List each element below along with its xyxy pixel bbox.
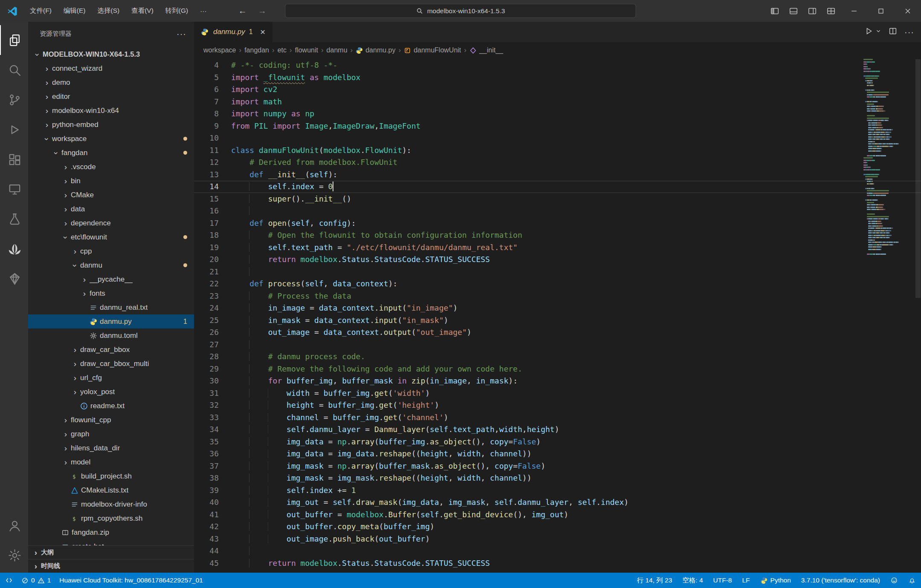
tab-danmu-py[interactable]: danmu.py 1 ✕ (194, 22, 273, 42)
tree-item-pycache[interactable]: ›__pycache__ (28, 272, 194, 286)
code-line-7[interactable]: 7import math (194, 96, 921, 108)
breadcrumb-init[interactable]: __init__ (469, 46, 503, 54)
code-line-33[interactable]: 33 channel = buffer_img.get('channel') (194, 412, 921, 424)
breadcrumb-etc[interactable]: etc (278, 46, 287, 54)
tree-item-modelbox-win10-x64[interactable]: ›modelbox-win10-x64 (28, 104, 194, 118)
tree-item-cmake[interactable]: ›CMake (28, 188, 194, 202)
code-line-42[interactable]: 42 out_buffer.copy_meta(buffer_img) (194, 521, 921, 533)
code-line-36[interactable]: 36 img_data = img_data.reshape((height, … (194, 448, 921, 460)
code-line-17[interactable]: 17 def open(self, config): (194, 217, 921, 230)
tree-item-build-project-sh[interactable]: $build_project.sh (28, 469, 194, 483)
customize-layout-icon[interactable] (822, 0, 840, 22)
code-line-14[interactable]: 14 self.index = 0 (194, 181, 921, 193)
split-editor-button[interactable] (888, 26, 898, 37)
tree-item-readme-txt[interactable]: readme.txt (28, 399, 194, 413)
editor-scrollbar[interactable] (915, 59, 921, 298)
feedback-icon[interactable] (890, 576, 898, 584)
run-python-file-button[interactable] (864, 26, 874, 37)
code-line-24[interactable]: 24 in_image = data_context.input("in_ima… (194, 302, 921, 314)
minimize-button[interactable] (840, 0, 867, 22)
menu-[interactable]: ··· (194, 0, 213, 22)
code-line-5[interactable]: 5import _flowunit as modelbox (194, 72, 921, 84)
code-line-4[interactable]: 4# -*- coding: utf-8 -*- (194, 59, 921, 72)
tree-item-modelbox-win10-x64-1-5-3[interactable]: ›MODELBOX-WIN10-X64-1.5.3 (28, 47, 194, 61)
tree-item-draw-car-bbox[interactable]: ›draw_car_bbox (28, 343, 194, 357)
tree-item-create-bat[interactable]: create.bat (28, 539, 194, 545)
tree-item-fonts[interactable]: ›fonts (28, 286, 194, 300)
breadcrumb-flowunit[interactable]: flowunit (295, 46, 318, 54)
tree-item-vscode[interactable]: ›.vscode (28, 160, 194, 174)
code-line-20[interactable]: 20 return modelbox.Status.StatusCode.STA… (194, 254, 921, 266)
tree-item-url-cfg[interactable]: ›url_cfg (28, 371, 194, 385)
tree-item-data[interactable]: ›data (28, 202, 194, 216)
code-line-30[interactable]: 30 for buffer_img, buffer_mask in zip(in… (194, 375, 921, 387)
close-window-button[interactable] (894, 0, 921, 22)
menu-g[interactable]: 转到(G) (159, 0, 194, 22)
outline-section[interactable]: › 大纲 (28, 545, 194, 559)
tree-item-rpm-copyothers-sh[interactable]: $rpm_copyothers.sh (28, 511, 194, 525)
menu-e[interactable]: 编辑(E) (58, 0, 92, 22)
tree-item-demo[interactable]: ›demo (28, 75, 194, 89)
code-line-39[interactable]: 39 self.index += 1 (194, 484, 921, 497)
indentation-setting[interactable]: 空格: 4 (682, 576, 703, 585)
menu-f[interactable]: 文件(F) (24, 0, 58, 22)
tree-item-bin[interactable]: ›bin (28, 174, 194, 188)
toggle-panel-icon[interactable] (784, 0, 803, 22)
huawei-toolkit-status[interactable]: Huawei Cloud Toolkit: hw_008617864229257… (59, 576, 203, 584)
tree-item-hilens-data-dir[interactable]: ›hilens_data_dir (28, 441, 194, 455)
tree-item-cmakelists-txt[interactable]: CMakeLists.txt (28, 483, 194, 497)
tree-item-dependence[interactable]: ›dependence (28, 216, 194, 230)
tree-item-graph[interactable]: ›graph (28, 427, 194, 441)
close-tab-icon[interactable]: ✕ (260, 28, 266, 36)
tree-item-danmu-toml[interactable]: danmu.toml (28, 329, 194, 343)
remote-indicator-icon[interactable] (5, 576, 13, 584)
activity-modelarts-icon[interactable] (0, 264, 28, 294)
code-line-26[interactable]: 26 out_image = data_context.output("out_… (194, 326, 921, 339)
tree-item-model[interactable]: ›model (28, 455, 194, 469)
tree-item-etc-flowunit[interactable]: ›etc\flowunit (28, 230, 194, 244)
tree-item-flowunit-cpp[interactable]: ›flowunit_cpp (28, 413, 194, 427)
code-line-25[interactable]: 25 in_mask = data_context.input("in_mask… (194, 314, 921, 327)
code-line-6[interactable]: 6import cv2 (194, 84, 921, 96)
command-center-search[interactable]: modelbox-win10-x64-1.5.3 (285, 4, 636, 18)
go-back-icon[interactable]: ← (238, 6, 247, 16)
tree-item-danmu-py[interactable]: danmu.py1 (28, 314, 194, 329)
breadcrumb-workspace[interactable]: workspace (203, 46, 236, 54)
tree-item-fangdan[interactable]: ›fangdan (28, 146, 194, 160)
code-line-11[interactable]: 11class danmuFlowUnit(modelbox.FlowUnit)… (194, 144, 921, 157)
code-line-10[interactable]: 10 (194, 132, 921, 144)
code-line-8[interactable]: 8import numpy as np (194, 108, 921, 120)
menu-s[interactable]: 选择(S) (91, 0, 125, 22)
code-line-23[interactable]: 23 # Process the data (194, 290, 921, 303)
eol-setting[interactable]: LF (742, 576, 750, 584)
python-interpreter[interactable]: 3.7.10 ('tensorflow': conda) (801, 576, 880, 584)
sidebar-more-actions-icon[interactable]: ··· (177, 29, 186, 39)
tree-item-workspace[interactable]: ›workspace (28, 132, 194, 146)
code-line-13[interactable]: 13 def __init__(self): (194, 169, 921, 181)
code-line-16[interactable]: 16 (194, 205, 921, 217)
activity-account-icon[interactable] (0, 510, 28, 540)
activity-testing-icon[interactable] (0, 204, 28, 234)
tree-item-cpp[interactable]: ›cpp (28, 244, 194, 258)
editor-more-actions-icon[interactable]: ··· (904, 27, 914, 37)
code-line-12[interactable]: 12 # Derived from modelbox.FlowUnit (194, 156, 921, 169)
activity-explorer-icon[interactable] (0, 25, 28, 55)
code-line-32[interactable]: 32 height = buffer_img.get('height') (194, 399, 921, 412)
tree-item-connect-wizard[interactable]: ›connect_wizard (28, 61, 194, 75)
cursor-position[interactable]: 行 14, 列 23 (637, 576, 672, 585)
code-line-31[interactable]: 31 width = buffer_img.get('width') (194, 387, 921, 400)
go-forward-icon[interactable]: → (258, 6, 266, 16)
activity-huawei-icon[interactable] (0, 234, 28, 264)
timeline-section[interactable]: › 时间线 (28, 559, 194, 573)
tree-item-draw-car-bbox-multi[interactable]: ›draw_car_bbox_multi (28, 357, 194, 371)
code-line-9[interactable]: 9from PIL import Image,ImageDraw,ImageFo… (194, 120, 921, 133)
code-line-27[interactable]: 27 (194, 339, 921, 351)
activity-source-control-icon[interactable] (0, 85, 28, 115)
minimap[interactable] (863, 58, 905, 255)
tree-item-yolox-post[interactable]: ›yolox_post (28, 385, 194, 399)
code-line-43[interactable]: 43 out_image.push_back(out_buffer) (194, 533, 921, 545)
problems-indicator[interactable]: 0 1 (21, 576, 51, 584)
code-line-28[interactable]: 28 # danmu process code. (194, 351, 921, 363)
code-editor[interactable]: 4# -*- coding: utf-8 -*-5import _flowuni… (194, 58, 921, 573)
toggle-sidebar-icon[interactable] (765, 0, 784, 22)
